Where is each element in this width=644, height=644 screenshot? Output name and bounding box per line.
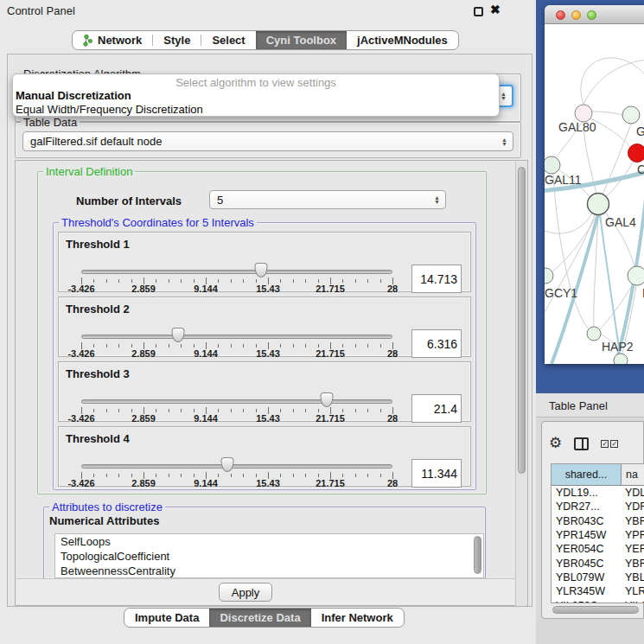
checkbox-icon[interactable]: ✓ bbox=[601, 440, 609, 448]
table-row[interactable]: YBR045CYBR0 bbox=[552, 556, 644, 570]
table-toolbar: ⚙ ✓ ✓ bbox=[549, 434, 618, 453]
checkbox-icons[interactable]: ✓ ✓ bbox=[601, 440, 618, 448]
cell[interactable]: YBL079W bbox=[552, 571, 622, 583]
table-data-combobox[interactable]: galFiltered.sif default node ▲▼ bbox=[22, 131, 513, 151]
node-g[interactable] bbox=[622, 106, 640, 124]
dropdown-option-equal-width[interactable]: Equal Width/Frequency Discretization bbox=[13, 103, 499, 117]
tick-mark bbox=[318, 409, 319, 412]
slider-thumb[interactable] bbox=[221, 457, 234, 472]
threshold-2-slider[interactable] bbox=[81, 333, 392, 341]
list-scrollbar[interactable] bbox=[474, 536, 481, 574]
cell[interactable]: YBL0 bbox=[622, 571, 644, 583]
settings-scrollbar[interactable] bbox=[515, 162, 526, 606]
cell[interactable]: YIL0 bbox=[622, 600, 644, 603]
apply-button[interactable]: Apply bbox=[219, 583, 272, 602]
dropdown-hint: Select algorithm to view settings bbox=[13, 76, 499, 89]
float-window-icon[interactable] bbox=[474, 7, 483, 16]
list-item[interactable]: BetweennessCentrality bbox=[55, 564, 483, 578]
tick-mark bbox=[106, 344, 107, 348]
tick-mark bbox=[181, 409, 182, 412]
node-gal4[interactable] bbox=[588, 194, 609, 215]
cell[interactable]: YBR0 bbox=[622, 558, 644, 570]
threshold-3-value-field[interactable]: 21.4 bbox=[411, 394, 462, 423]
cell[interactable]: YLR3 bbox=[622, 585, 644, 597]
cell[interactable]: YDR27... bbox=[552, 501, 622, 513]
cell[interactable]: YPR1 bbox=[622, 529, 644, 541]
threshold-1-slider[interactable] bbox=[81, 268, 392, 277]
column-header-shared-name[interactable]: shared... bbox=[552, 464, 622, 485]
slider-track[interactable] bbox=[81, 335, 392, 339]
slider-track[interactable] bbox=[81, 464, 392, 469]
table-horizontal-scrollbar[interactable] bbox=[551, 606, 644, 615]
tab-select[interactable]: Select bbox=[201, 31, 255, 49]
table-row[interactable]: YBR043CYBR0 bbox=[552, 514, 644, 528]
split-columns-icon[interactable] bbox=[574, 437, 589, 450]
table-row[interactable]: YBL079WYBL0 bbox=[552, 571, 644, 584]
table-row[interactable]: YER054CYER0 bbox=[552, 542, 644, 556]
dropdown-option-manual[interactable]: Manual Discretization bbox=[13, 89, 499, 103]
tick-mark bbox=[293, 474, 294, 477]
cell[interactable]: YDR2 bbox=[622, 501, 644, 513]
network-canvas[interactable]: GAL80 G C GAL11 GAL4 GCY1 H HAP2 bbox=[545, 25, 644, 364]
cell[interactable]: YER0 bbox=[622, 543, 644, 555]
cell[interactable]: YBR045C bbox=[552, 558, 622, 570]
threshold-4-value-field[interactable]: 11.344 bbox=[411, 459, 462, 488]
tab-jactivemnodules[interactable]: jActiveMNodules bbox=[347, 31, 458, 49]
slider-thumb[interactable] bbox=[254, 263, 267, 277]
gear-icon[interactable]: ⚙ bbox=[549, 436, 562, 451]
cell[interactable]: YER054C bbox=[552, 543, 622, 555]
node-table[interactable]: shared... na YDL19...YDL1 YDR27...YDR2 Y… bbox=[551, 463, 644, 603]
tick-label: -3.426 bbox=[67, 413, 94, 424]
tab-style[interactable]: Style bbox=[153, 31, 201, 49]
network-view-window[interactable]: GAL80 G C GAL11 GAL4 GCY1 H HAP2 bbox=[545, 5, 644, 364]
cell[interactable]: YBR0 bbox=[622, 515, 644, 527]
node-hap2[interactable] bbox=[587, 327, 601, 341]
slider-track[interactable] bbox=[81, 399, 392, 404]
cell[interactable]: YIL052C bbox=[552, 600, 622, 603]
scrollbar-thumb[interactable] bbox=[518, 167, 526, 474]
node-h[interactable] bbox=[628, 266, 644, 285]
list-item[interactable]: TopologicalCoefficient bbox=[55, 549, 483, 564]
tick-mark bbox=[380, 409, 381, 412]
tab-network[interactable]: Network bbox=[73, 31, 152, 49]
cell[interactable]: YBR043C bbox=[552, 515, 622, 527]
zoom-traffic-light-icon[interactable] bbox=[587, 10, 596, 20]
close-icon[interactable]: ✖ bbox=[490, 3, 501, 16]
node-red[interactable] bbox=[628, 144, 644, 163]
cell[interactable]: YLR345W bbox=[552, 585, 622, 597]
node-gal80[interactable] bbox=[575, 105, 592, 122]
close-traffic-light-icon[interactable] bbox=[556, 10, 565, 20]
table-data-label: Table Data bbox=[21, 116, 80, 129]
threshold-4-slider[interactable] bbox=[81, 462, 392, 471]
node-gal11[interactable] bbox=[545, 156, 560, 174]
tab-cyni-toolbox[interactable]: Cyni Toolbox bbox=[256, 31, 347, 49]
tab-discretize-data[interactable]: Discretize Data bbox=[209, 609, 310, 627]
network-window-titlebar[interactable] bbox=[545, 5, 644, 24]
table-row[interactable]: YLR345WYLR3 bbox=[552, 584, 644, 598]
tab-impute-data[interactable]: Impute Data bbox=[124, 609, 209, 627]
cell[interactable]: YPR145W bbox=[552, 529, 622, 541]
table-row[interactable]: YIL052CYIL0 bbox=[552, 598, 644, 603]
cell[interactable]: YDL1 bbox=[622, 487, 644, 499]
list-item[interactable]: SelfLoops bbox=[55, 534, 483, 549]
threshold-1-value-field[interactable]: 14.713 bbox=[411, 265, 462, 293]
node-gcy1[interactable] bbox=[545, 268, 553, 284]
tick-mark bbox=[106, 279, 107, 283]
minimize-traffic-light-icon[interactable] bbox=[571, 10, 581, 20]
cell[interactable]: YDL19... bbox=[552, 487, 622, 499]
table-row[interactable]: YPR145WYPR1 bbox=[552, 528, 644, 542]
table-row[interactable]: YDL19...YDL1 bbox=[552, 486, 644, 500]
table-row[interactable]: YDR27...YDR2 bbox=[552, 500, 644, 513]
slider-thumb[interactable] bbox=[321, 392, 334, 407]
scrollbar-thumb[interactable] bbox=[552, 606, 639, 614]
num-intervals-combobox[interactable]: 5 ▲▼ bbox=[209, 190, 446, 209]
slider-track[interactable] bbox=[81, 270, 392, 274]
tab-infer-network[interactable]: Infer Network bbox=[311, 609, 404, 627]
checkbox-icon[interactable]: ✓ bbox=[610, 440, 618, 448]
numerical-attributes-list[interactable]: SelfLoops TopologicalCoefficient Between… bbox=[54, 533, 484, 578]
column-header-name[interactable]: na bbox=[622, 464, 644, 485]
slider-thumb[interactable] bbox=[171, 328, 184, 342]
threshold-2-value-field[interactable]: 6.316 bbox=[411, 329, 462, 358]
node-partial-bottom[interactable] bbox=[614, 354, 628, 364]
threshold-3-slider[interactable] bbox=[81, 398, 392, 406]
